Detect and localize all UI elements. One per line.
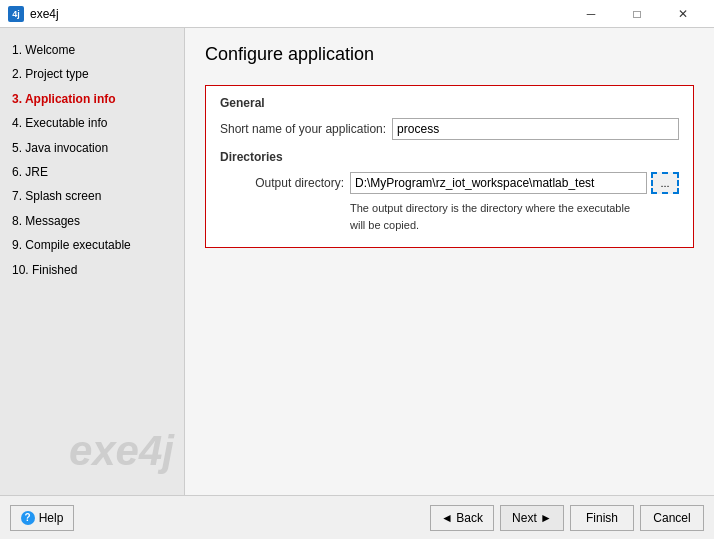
back-button[interactable]: ◄ Back	[430, 505, 494, 531]
sidebar-item-welcome[interactable]: 1. Welcome	[8, 38, 176, 62]
hint-text: The output directory is the directory wh…	[350, 200, 679, 233]
next-button[interactable]: Next ►	[500, 505, 564, 531]
output-dir-input[interactable]	[350, 172, 647, 194]
sidebar-item-finished[interactable]: 10. Finished	[8, 258, 176, 282]
directories-section-label: Directories	[220, 150, 679, 164]
minimize-button[interactable]: ─	[568, 0, 614, 28]
sidebar-item-project-type[interactable]: 2. Project type	[8, 62, 176, 86]
general-section-label: General	[220, 96, 679, 110]
short-name-label: Short name of your application:	[220, 122, 392, 136]
app-icon: 4j	[8, 6, 24, 22]
sidebar-item-jre[interactable]: 6. JRE	[8, 160, 176, 184]
bottom-left: ? Help	[10, 505, 430, 531]
output-dir-label: Output directory:	[220, 176, 350, 190]
bottom-bar: ? Help ◄ Back Next ► Finish Cancel	[0, 495, 714, 539]
help-button[interactable]: ? Help	[10, 505, 74, 531]
title-bar: 4j exe4j ─ □ ✕	[0, 0, 714, 28]
output-dir-row: Output directory: ...	[220, 172, 679, 194]
short-name-input[interactable]	[392, 118, 679, 140]
sidebar-item-splash[interactable]: 7. Splash screen	[8, 184, 176, 208]
sidebar: 1. Welcome 2. Project type 3. Applicatio…	[0, 28, 185, 495]
sidebar-item-exec-info[interactable]: 4. Executable info	[8, 111, 176, 135]
browse-button[interactable]: ...	[651, 172, 679, 194]
page-title: Configure application	[205, 44, 694, 71]
watermark: exe4j	[69, 427, 174, 475]
config-panel: General Short name of your application: …	[205, 85, 694, 248]
maximize-button[interactable]: □	[614, 0, 660, 28]
sidebar-item-java-invoc[interactable]: 5. Java invocation	[8, 136, 176, 160]
sidebar-item-app-info[interactable]: 3. Application info	[8, 87, 176, 111]
finish-button[interactable]: Finish	[570, 505, 634, 531]
sidebar-item-compile[interactable]: 9. Compile executable	[8, 233, 176, 257]
sidebar-item-messages[interactable]: 8. Messages	[8, 209, 176, 233]
bottom-right: ◄ Back Next ► Finish Cancel	[430, 505, 704, 531]
help-icon: ?	[21, 511, 35, 525]
window-controls: ─ □ ✕	[568, 0, 706, 28]
content-area: Configure application General Short name…	[185, 28, 714, 495]
window-title: exe4j	[30, 7, 568, 21]
main-container: 1. Welcome 2. Project type 3. Applicatio…	[0, 28, 714, 495]
short-name-row: Short name of your application:	[220, 118, 679, 140]
close-button[interactable]: ✕	[660, 0, 706, 28]
cancel-button[interactable]: Cancel	[640, 505, 704, 531]
